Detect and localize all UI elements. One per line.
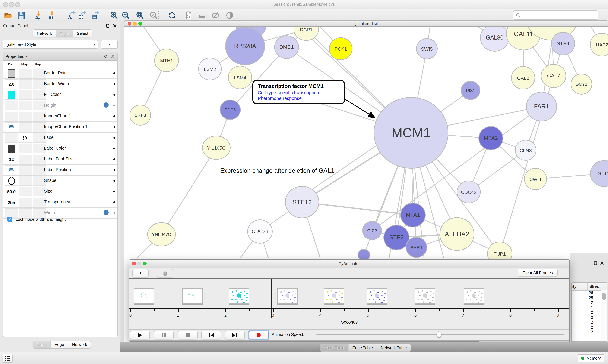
property-row-label[interactable]: Label◂ [3,132,117,143]
export-image-icon[interactable] [90,11,100,20]
network-window-titlebar[interactable]: galFiltered.sif [124,20,608,26]
table-cell-value[interactable]: 2 [572,325,594,330]
prop-map-cell[interactable] [19,187,32,196]
prop-def-cell[interactable]: 50.0 [5,187,18,196]
network-node-dmc1[interactable]: DMC1 [274,35,299,59]
network-edge[interactable] [162,148,216,234]
property-row-transparency[interactable]: 255Transparency◂ [3,197,117,208]
network-node-yil105c[interactable]: YIL105C [202,136,231,160]
table-cell-value[interactable]: 2 [572,315,594,320]
table-tab-network-table[interactable]: Network Table [377,344,411,351]
network-node-gal7[interactable]: GAL7 [541,64,566,88]
network-node-lsm4[interactable]: LSM4 [228,66,252,89]
save-session-icon[interactable] [16,11,26,20]
network-node-bar1[interactable]: BAR1 [406,237,427,258]
prop-map-cell[interactable] [19,79,32,89]
close-panel-icon[interactable] [113,24,117,28]
network-node-mfa2[interactable]: MFA2 [479,126,503,150]
timeline-frame-4[interactable] [277,288,298,304]
node-table[interactable]: ity Stres 26252122222 [571,282,607,341]
property-row-height[interactable]: Heighti◂ [3,100,117,111]
prop-def-cell[interactable] [5,69,18,78]
expand-all-icon[interactable] [104,54,108,59]
delete-frame-button[interactable] [157,269,173,277]
prop-map-cell[interactable] [19,176,32,186]
annotation-link[interactable]: Cell-type-specific transcription [258,90,339,95]
network-node-swi4[interactable]: SWI4 [524,168,547,190]
style-selector[interactable]: galFiltered Style ▾ [2,40,98,49]
prop-def-cell[interactable] [5,112,18,121]
float-panel-icon[interactable] [106,24,110,28]
collapse-arrow-icon[interactable]: ◂ [113,146,115,151]
prop-def-cell[interactable] [5,165,18,175]
timeline-frame-2[interactable] [182,288,203,304]
network-node-mfa1[interactable]: MFA1 [400,203,426,227]
lock-node-size-row[interactable]: ✓ Lock node width and height [3,214,117,224]
timeline-scrollbar[interactable] [129,340,569,342]
node-table-header[interactable]: ity Stres [572,283,607,291]
network-node-lsm2[interactable]: LSM2 [198,58,222,80]
prop-map-cell[interactable] [19,112,32,121]
tab-network[interactable]: Network [33,30,56,37]
table-scrollbar[interactable] [601,290,607,341]
scrollbar-thumb[interactable] [129,341,479,342]
network-node-cdc28[interactable]: CDC28 [247,220,273,244]
table-cell-value[interactable]: 2 [572,320,594,325]
style-tab-node[interactable]: Node [33,341,51,348]
prop-def-cell[interactable] [5,101,18,110]
table-cell-value[interactable]: 25 [572,296,594,300]
search-input[interactable] [522,12,598,18]
prop-map-cell[interactable] [19,69,32,78]
collapse-arrow-icon[interactable]: ◂ [113,124,115,129]
table-tab-node-table[interactable]: Node Table [320,344,348,351]
hide-panel-icon[interactable] [211,11,220,20]
collapse-arrow-icon[interactable]: ◂ [113,71,115,75]
collapse-arrow-icon[interactable]: ◂ [113,156,115,161]
export-network-icon[interactable] [67,11,76,20]
tab-style[interactable]: Style [56,30,73,37]
table-cell-value[interactable]: 1 [572,305,594,310]
collapse-arrow-icon[interactable]: ◂ [113,114,115,118]
timeline-frame-1[interactable] [134,288,154,304]
network-node-mth1[interactable]: MTH1 [154,49,179,72]
table-cell-value[interactable]: 26 [572,291,594,296]
property-row-size[interactable]: 50.0Size◂ [3,186,117,197]
prop-def-cell[interactable]: 2.0 [5,79,18,89]
prop-map-cell[interactable] [19,122,32,132]
record-button[interactable] [249,331,269,339]
prop-map-cell[interactable] [19,144,32,153]
prop-map-cell[interactable] [19,133,32,143]
table-tab-edge-table[interactable]: Edge Table [348,344,377,351]
network-node-gcy1[interactable]: GCY1 [571,74,592,95]
import-table-icon[interactable] [47,11,56,20]
prop-def-cell[interactable] [5,176,18,186]
collapse-arrow-icon[interactable]: ◂ [113,103,115,107]
property-row-label-position[interactable]: Label Position◂ [3,165,117,176]
prop-map-cell[interactable] [19,198,32,207]
memory-button[interactable]: Memory [578,354,604,363]
search-network-icon[interactable] [197,11,207,20]
network-node-ynl047c[interactable]: YNL047C [147,222,176,246]
pause-button[interactable] [154,331,174,339]
network-node-gic2[interactable]: GIC2 [362,221,382,240]
prop-def-cell[interactable] [5,90,18,100]
cyanimator-titlebar[interactable]: CyAnimator [129,260,569,268]
network-node-ste4[interactable]: STE4 [551,32,575,55]
property-row-label-color[interactable]: Label Color◂ [3,143,117,154]
clear-all-frames-button[interactable]: Clear All Frames [518,269,558,276]
network-node-swi5[interactable]: SWI5 [416,38,438,59]
zoom-selected-icon[interactable] [149,11,158,20]
panel-divider[interactable] [120,22,124,352]
timeline-frame-3[interactable] [229,288,249,304]
checkbox-checked-icon[interactable]: ✓ [7,217,12,222]
collapse-arrow-icon[interactable]: ◂ [113,200,115,204]
prop-def-cell[interactable]: 12 [5,155,18,164]
slider-thumb[interactable] [437,331,442,338]
properties-header[interactable]: Properties ▾ [3,52,117,61]
skip-start-button[interactable] [201,331,221,339]
prop-def-cell[interactable] [5,122,18,132]
network-node-cdc42[interactable]: CDC42 [457,181,481,203]
network-node-pis1[interactable]: PIS1 [461,81,480,100]
toggle-contrast-icon[interactable] [225,11,234,20]
network-node-alpha2[interactable]: ALPHA2 [440,217,474,251]
